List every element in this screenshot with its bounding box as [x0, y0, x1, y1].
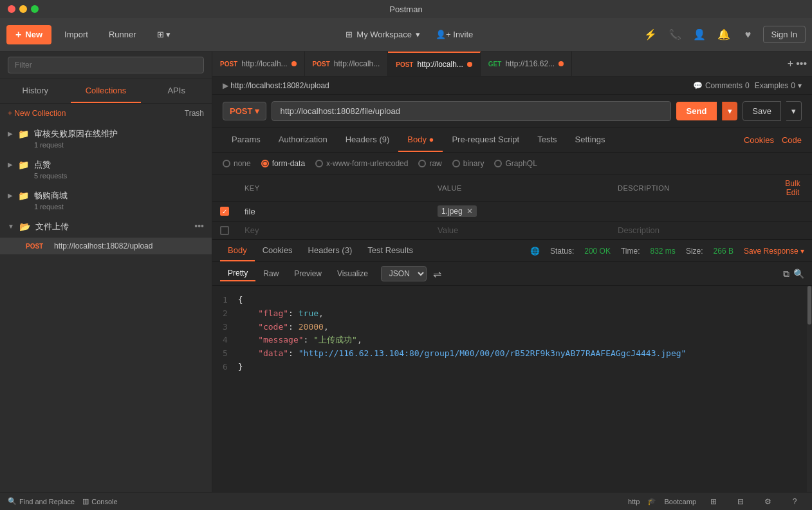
list-item[interactable]: ▶ 📁 点赞 5 requests	[0, 154, 212, 185]
maximize-dot[interactable]	[31, 5, 39, 13]
list-item[interactable]: ▶ 📁 畅购商城 1 request	[0, 185, 212, 216]
more-icon[interactable]: •••	[194, 221, 204, 231]
cookies-button[interactable]: Cookies	[744, 135, 774, 145]
examples-button[interactable]: Examples 0 ▾	[755, 81, 802, 90]
description-input[interactable]	[618, 225, 766, 235]
sidebar-tab-apis[interactable]: APIs	[141, 79, 212, 103]
radio-raw[interactable]: raw	[418, 159, 441, 168]
list-item[interactable]: ▶ 📁 审核失败原因在线维护 1 request	[0, 123, 212, 154]
request-tab-active[interactable]: POST http://localh...	[388, 52, 481, 76]
description-input[interactable]	[618, 207, 766, 216]
resp-tab-headers[interactable]: Headers (3)	[300, 240, 360, 261]
resp-view-raw[interactable]: Raw	[255, 266, 286, 281]
code-button[interactable]: Code	[782, 135, 802, 145]
invite-button[interactable]: 👤+ Invite	[428, 26, 481, 43]
user-icon-btn[interactable]: 👤	[690, 25, 709, 44]
response-code-block: 1 2 3 4 5 6 { "flag": true, "code": 2000…	[212, 286, 812, 492]
scrollbar-thumb[interactable]	[807, 286, 811, 325]
request-tab[interactable]: POST http://localh...	[212, 52, 305, 76]
resp-view-pretty[interactable]: Pretty	[220, 266, 255, 281]
wrap-icon-btn[interactable]: ⇌	[432, 267, 443, 281]
checkbox[interactable]: ✓	[220, 207, 229, 216]
trash-button[interactable]: Trash	[185, 109, 204, 118]
checkbox-cell	[220, 226, 229, 235]
request-tab[interactable]: GET http://116.62...	[481, 52, 572, 76]
size-value: 266 B	[714, 247, 734, 256]
search-response-button[interactable]: 🔍	[793, 269, 804, 279]
chevron-down-icon: ▾	[798, 81, 802, 90]
tab-settings[interactable]: Settings	[566, 128, 614, 152]
radio-graphql[interactable]: GraphQL	[494, 159, 537, 168]
value-input[interactable]	[438, 225, 602, 235]
lightning-icon-btn[interactable]: ⚡	[641, 25, 660, 44]
comments-button[interactable]: 💬 Comments 0	[693, 81, 750, 90]
copy-response-button[interactable]: ⧉	[783, 269, 789, 279]
close-dot[interactable]	[8, 5, 15, 13]
minimize-dot[interactable]	[19, 5, 27, 13]
json-link-value[interactable]: "http://116.62.13.104:80/group1/M00/00/0…	[299, 348, 687, 358]
phone-icon-btn[interactable]: 📞	[665, 25, 685, 44]
chevron-right-icon: ▶	[8, 192, 13, 199]
resp-tab-testresults[interactable]: Test Results	[360, 240, 421, 261]
sidebar-tab-history[interactable]: History	[0, 79, 71, 103]
checkbox[interactable]	[220, 226, 229, 235]
help-icon-btn[interactable]: ?	[785, 492, 804, 511]
runner-button[interactable]: Runner	[101, 26, 144, 43]
resp-view-visualize[interactable]: Visualize	[329, 266, 376, 281]
url-input[interactable]	[272, 101, 670, 121]
tab-prerequest[interactable]: Pre-request Script	[443, 128, 528, 152]
request-item[interactable]: POST http://localhost:18082/upload	[0, 238, 212, 254]
plus-icon: +	[15, 29, 21, 41]
settings-icon-btn[interactable]: ⚙	[758, 492, 777, 511]
search-input[interactable]	[8, 57, 204, 73]
http-link[interactable]: http	[628, 498, 640, 505]
env-right: 💬 Comments 0 Examples 0 ▾	[693, 81, 802, 90]
resp-tab-body[interactable]: Body	[220, 240, 255, 261]
list-item[interactable]: ▼ 📂 文件上传 •••	[0, 216, 212, 238]
split-icon-btn[interactable]: ⊟	[731, 492, 750, 511]
heart-icon-btn[interactable]: ♥	[739, 25, 758, 44]
signin-button[interactable]: Sign In	[763, 26, 806, 43]
layout-button[interactable]: ⊞ ▾	[149, 26, 179, 43]
resp-view-preview[interactable]: Preview	[286, 266, 329, 281]
new-collection-button[interactable]: + New Collection	[8, 109, 66, 118]
key-input[interactable]	[245, 225, 422, 235]
tab-body[interactable]: Body ●	[398, 128, 443, 152]
radio-urlencoded[interactable]: x-www-form-urlencoded	[315, 159, 408, 168]
collection-name: 文件上传	[35, 221, 189, 232]
bootcamp-icon: 🎓	[647, 497, 656, 505]
console-button[interactable]: ▥ Console	[82, 497, 117, 505]
radio-none[interactable]: none	[223, 159, 251, 168]
import-button[interactable]: Import	[57, 26, 96, 43]
send-button[interactable]: Send	[676, 102, 717, 120]
tab-headers[interactable]: Headers (9)	[337, 128, 399, 152]
new-button[interactable]: + New	[6, 25, 51, 44]
value-chip: 1.jpeg ✕	[438, 205, 477, 217]
bell-icon-btn[interactable]: 🔔	[714, 25, 734, 44]
send-dropdown-button[interactable]: ▾	[722, 102, 737, 120]
more-tabs-button[interactable]: •••	[796, 58, 807, 70]
save-button[interactable]: Save	[743, 101, 781, 121]
radio-formdata[interactable]: form-data	[261, 159, 305, 168]
radio-binary[interactable]: binary	[452, 159, 484, 168]
save-dropdown-button[interactable]: ▾	[786, 101, 802, 121]
method-selector[interactable]: POST ▾	[223, 102, 266, 120]
request-tab[interactable]: POST http://localh...	[305, 52, 389, 76]
sidebar-tab-collections[interactable]: Collections	[71, 79, 142, 103]
save-response-button[interactable]: Save Response ▾	[744, 247, 804, 256]
workspace-selector[interactable]: ⊞ My Workspace ▾	[338, 26, 428, 43]
search-icon: 🔍	[8, 497, 17, 505]
find-replace-button[interactable]: 🔍 Find and Replace	[8, 497, 75, 505]
chevron-down-icon: ▼	[8, 223, 14, 230]
table-row	[212, 222, 812, 240]
chip-remove-button[interactable]: ✕	[466, 207, 473, 216]
add-tab-button[interactable]: +	[788, 58, 793, 70]
format-select[interactable]: JSON XML HTML Text	[381, 266, 427, 281]
bulk-edit-button[interactable]: Bulk Edit	[781, 179, 804, 197]
layout-icon-btn[interactable]: ⊞	[704, 492, 723, 511]
tab-authorization[interactable]: Authorization	[270, 128, 337, 152]
tab-tests[interactable]: Tests	[528, 128, 566, 152]
bootcamp-link[interactable]: Bootcamp	[664, 498, 696, 505]
tab-params[interactable]: Params	[223, 128, 270, 152]
resp-tab-cookies[interactable]: Cookies	[255, 240, 300, 261]
